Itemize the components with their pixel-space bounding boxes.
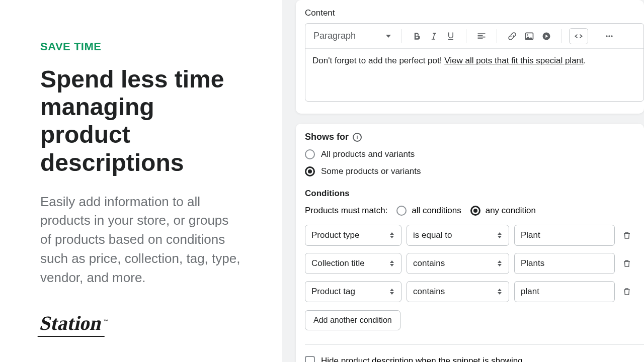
delete-condition-button[interactable] — [620, 225, 634, 245]
condition-field-select[interactable]: Collection title — [305, 253, 401, 274]
align-button[interactable] — [473, 28, 490, 44]
condition-field-select[interactable]: Product type — [305, 225, 401, 246]
editor-text-post: . — [584, 56, 586, 65]
select-value: contains — [413, 258, 445, 268]
condition-value-input[interactable]: plant — [514, 281, 615, 302]
underline-button[interactable] — [443, 28, 459, 44]
editor-content[interactable]: Don't forget to add the perfect pot! Vie… — [305, 49, 643, 101]
radio-some-label: Some products or variants — [321, 166, 421, 176]
more-button[interactable] — [601, 28, 617, 44]
condition-row: Collection title contains Plants — [305, 253, 644, 274]
shows-for-title: Shows for — [305, 132, 349, 142]
select-value: Product tag — [311, 287, 355, 297]
station-logo: Station — [38, 311, 110, 337]
subhead: Easily add information to all products i… — [40, 193, 242, 287]
condition-field-select[interactable]: Product tag — [305, 281, 401, 302]
headline: Spend less time managing product descrip… — [40, 65, 242, 176]
condition-op-select[interactable]: contains — [407, 281, 509, 302]
match-all-label: all conditions — [412, 206, 461, 216]
editor-text-pre: Don't forget to add the perfect pot! — [312, 56, 444, 65]
stepper-icon — [389, 289, 395, 295]
select-value: is equal to — [413, 230, 452, 240]
editor-toolbar: Paragraph — [305, 24, 643, 49]
radio-match-all[interactable]: all conditions — [396, 206, 461, 216]
radio-some-products[interactable]: Some products or variants — [305, 166, 644, 176]
radio-all-products[interactable]: All products and variants — [305, 149, 644, 159]
bold-button[interactable] — [409, 28, 425, 44]
link-button[interactable] — [504, 28, 520, 44]
radio-icon — [305, 149, 315, 159]
italic-button[interactable] — [426, 28, 442, 44]
select-value: Product type — [311, 230, 359, 240]
svg-point-4 — [608, 35, 610, 37]
rich-text-editor: Paragraph — [305, 23, 644, 102]
select-value: Collection title — [311, 258, 365, 268]
delete-condition-button[interactable] — [620, 253, 634, 274]
content-label: Content — [305, 8, 644, 18]
info-icon[interactable]: i — [353, 133, 362, 142]
condition-row: Product type is equal to Plant — [305, 225, 644, 246]
stepper-icon — [497, 260, 503, 266]
hide-description-checkbox[interactable] — [305, 356, 315, 362]
shows-for-card: Shows for i All products and variants So… — [296, 124, 644, 362]
stepper-icon — [497, 289, 503, 295]
paragraph-dropdown[interactable]: Paragraph — [311, 28, 394, 44]
image-button[interactable] — [521, 28, 537, 44]
svg-point-3 — [606, 35, 607, 37]
match-label: Products must match: — [305, 206, 387, 216]
conditions-header: Conditions — [305, 189, 644, 199]
radio-icon-checked — [305, 166, 315, 176]
paragraph-label: Paragraph — [313, 31, 356, 41]
condition-value-input[interactable]: Plant — [514, 225, 615, 246]
delete-condition-button[interactable] — [620, 282, 634, 302]
content-card: Content Paragraph — [296, 0, 644, 114]
eyebrow: SAVE TIME — [40, 40, 242, 53]
condition-op-select[interactable]: is equal to — [407, 225, 509, 246]
radio-match-any[interactable]: any condition — [470, 206, 536, 216]
video-button[interactable] — [538, 28, 554, 44]
condition-row: Product tag contains plant — [305, 281, 644, 302]
radio-icon — [396, 206, 407, 216]
select-value: contains — [413, 287, 445, 297]
radio-icon-checked — [470, 206, 480, 216]
add-condition-button[interactable]: Add another condition — [305, 310, 400, 330]
editor-link[interactable]: View all pots that fit this special plan… — [444, 56, 584, 65]
radio-all-label: All products and variants — [321, 149, 415, 159]
hide-description-label: Hide product description when the snippe… — [321, 356, 523, 362]
svg-point-1 — [527, 34, 528, 36]
condition-op-select[interactable]: contains — [407, 253, 509, 274]
match-any-label: any condition — [486, 206, 536, 216]
chevron-down-icon — [386, 35, 391, 38]
code-button[interactable] — [569, 28, 588, 44]
condition-value-input[interactable]: Plants — [514, 253, 615, 274]
stepper-icon — [497, 232, 503, 238]
stepper-icon — [389, 260, 395, 266]
stepper-icon — [389, 232, 395, 238]
svg-point-5 — [611, 35, 612, 37]
